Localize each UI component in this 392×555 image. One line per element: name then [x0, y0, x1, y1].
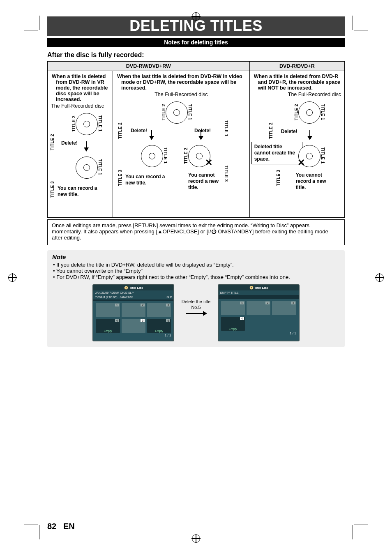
banner-r: Deleted title cannot create the space. [251, 142, 302, 164]
titlelist-left: 📀 Title List JAN/21/09 7:00AM CH22 SLP 7… [92, 284, 174, 341]
disc-label-t3: TITLE 3 [118, 170, 122, 186]
crop-mark-icon [353, 525, 353, 539]
titlelist-right: 📀 Title List EMPTY TITLE 1 2 3 4Empty 1 … [218, 284, 300, 341]
delete-label: Delete! [61, 140, 78, 146]
registration-mark-icon [192, 534, 200, 543]
diagram-rw-vr: TITLE 2 TITLE 1 TITLE 2 Delete! TITLE 1 … [51, 111, 109, 214]
section-heading: After the disc is fully recorded: [47, 51, 345, 59]
thumb: 1 [221, 301, 245, 315]
cross-icon: ✕ [205, 157, 212, 164]
titlelist-header: 📀 Title List [93, 285, 173, 290]
disc-behavior-table: DVD-RW/DVD+RW DVD-R/DVD+R When a title i… [47, 61, 345, 218]
bullet-rw-vr: When a title is deleted from DVD-RW in V… [52, 74, 108, 102]
diagram-rw-video: TITLE 2 TITLE 1 TITLE 2 Delete! TITLE 1 … [116, 100, 246, 207]
thumb: 3 [272, 301, 296, 315]
note-bullet-2: You cannot overwrite on the “Empty” [56, 268, 143, 274]
disc-label-t1: TITLE 1 [321, 104, 325, 120]
disc-label-t2: TITLE 2 [184, 147, 188, 164]
disc-label-t1: TITLE 1 [224, 120, 228, 137]
thumb: 2 [122, 303, 145, 317]
crop-mark-icon [354, 30, 368, 30]
disc-label-t2: TITLE 2 [71, 115, 76, 132]
titlelist-header: 📀 Title List [219, 285, 299, 290]
titlelist-sub1: JAN/21/09 7:00AM CH22 SLP [93, 290, 173, 295]
bullet-r: When a title is deleted from DVD-R and D… [254, 74, 340, 91]
titlelist-row: 📀 Title List JAN/21/09 7:00AM CH22 SLP 7… [52, 284, 340, 341]
thumb-grid-right: 1 2 3 4Empty [219, 299, 299, 331]
thumb: 6Empty [147, 319, 171, 333]
titlelist-sub2: 7:00AM (2:00:00) JAN/21/09 SLP [93, 295, 173, 299]
result-r: You cannot record a new title. [296, 172, 335, 191]
diagram-r: TITLE 2 TITLE 1 TITLE 2 Delete! Deleted … [253, 100, 341, 207]
thumb: 1 [96, 303, 120, 317]
delete-label-l: Delete! [131, 128, 147, 134]
col-header-rw: DVD-RW/DVD+RW [48, 62, 250, 71]
note-title: Note [52, 253, 340, 260]
page-number: 82 EN [47, 522, 75, 531]
crop-mark-icon [24, 525, 38, 525]
registration-mark-icon [376, 274, 384, 282]
note-box: Note • If you delete the title in DVD+RW… [47, 250, 345, 347]
cell-rw-video: When the last title is deleted from DVD-… [113, 71, 250, 218]
exit-note-box: Once all editings are made, press [RETUR… [47, 219, 345, 245]
disc-label-t3: TITLE 3 [50, 181, 55, 198]
disc-label-t2: TITLE 2 [161, 104, 166, 120]
titlelist-footer: 1 / 1 [219, 331, 299, 335]
crop-mark-icon [24, 30, 38, 30]
disc-label-t3: TITLE 3 [276, 170, 281, 186]
between-arrow: Delete the title No.5 [176, 284, 216, 316]
disc-icon [141, 145, 163, 167]
disc-label-t1: TITLE 1 [321, 147, 325, 164]
between-text: Delete the title No.5 [182, 299, 210, 310]
note-bullet-1: If you delete the title in DVD+RW, delet… [56, 262, 234, 268]
arrow-right-icon [186, 313, 206, 314]
disc-icon [166, 101, 188, 124]
titlelist-sub1: EMPTY TITLE [219, 290, 299, 295]
bullet-rw-video: When the last title is deleted from DVD-… [117, 74, 242, 91]
result-rw-video-r: You cannot record a new title. [188, 172, 229, 191]
thumb: 4Empty [96, 319, 120, 333]
exit-note-text: Once all editings are made, press [RETUR… [52, 222, 328, 241]
disc-label-t1: TITLE 1 [98, 115, 102, 132]
sub-rw-video: The Full-Recorded disc [116, 92, 246, 97]
disc-label-t2: TITLE 2 [269, 122, 273, 139]
delete-label-r: Delete! [194, 128, 211, 134]
sub-rw-vr: The Full-Recorded disc [51, 103, 109, 109]
thumb: 2 [247, 301, 270, 315]
disc-label-t2: TITLE 2 [118, 122, 122, 139]
result-rw-vr: You can record a new title. [58, 185, 103, 198]
registration-mark-icon [192, 12, 200, 21]
disc-label-t2: TITLE 2 [50, 134, 55, 150]
col-header-r: DVD-R/DVD+R [249, 62, 344, 71]
disc-icon [76, 113, 98, 135]
registration-mark-icon [8, 274, 16, 282]
content-area: DELETING TITLES Notes for deleting title… [47, 16, 345, 347]
thumb: 3 [147, 303, 171, 317]
cell-r: When a title is deleted from DVD-R and D… [249, 71, 344, 218]
arrow-down-icon [307, 136, 312, 140]
arrow-down-icon [149, 136, 154, 140]
thumb-selected: 4Empty [221, 317, 245, 331]
page: DELETING TITLES Notes for deleting title… [0, 0, 392, 555]
crop-mark-icon [39, 16, 39, 30]
delete-label-r2: Delete! [281, 129, 297, 135]
cell-rw-vr: When a title is deleted from DVD-RW in V… [48, 71, 113, 218]
result-rw-video-l: You can record a new title. [125, 174, 174, 186]
thumb-selected: 5 [122, 319, 145, 333]
disc-icon [298, 101, 321, 124]
arrow-down-icon [198, 136, 203, 140]
crop-mark-icon [39, 525, 39, 539]
thumb-grid-left: 1 2 3 4Empty 5 6Empty [93, 301, 173, 333]
disc-label-t1: TITLE 1 [188, 104, 192, 120]
arrow-down-icon [84, 147, 89, 152]
titlelist-footer: 1 / 1 [93, 333, 173, 337]
crop-mark-icon [353, 16, 353, 30]
disc-icon [76, 157, 98, 179]
disc-label-t2: TITLE 2 [294, 104, 299, 120]
disc-label-t1: TITLE 1 [163, 147, 168, 164]
cross-icon: ✕ [297, 157, 304, 164]
disc-label-t1: TITLE 1 [98, 159, 102, 175]
crop-mark-icon [354, 525, 368, 525]
note-bullet-3: For DVD+RW, if “Empty” appears right nex… [56, 274, 290, 280]
sub-r: The Full-Recorded disc [253, 92, 341, 97]
